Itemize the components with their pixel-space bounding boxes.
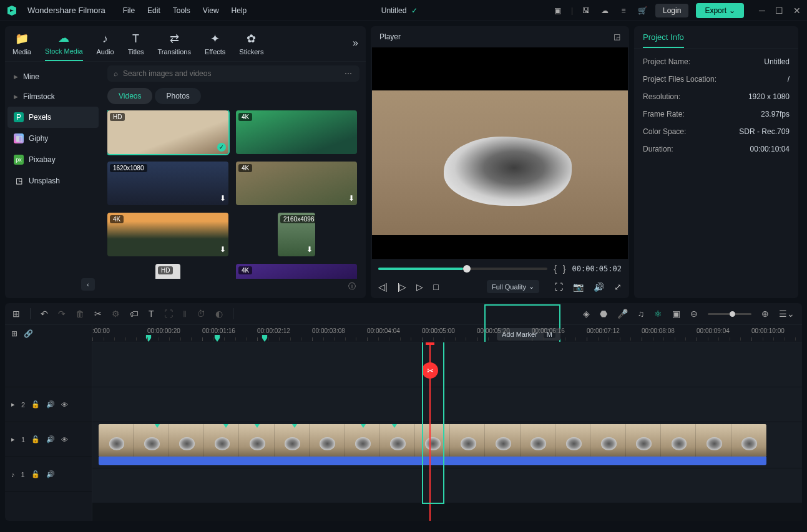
display-icon[interactable]: ⛶ bbox=[554, 282, 563, 292]
save-icon[interactable]: 🖫 bbox=[580, 5, 592, 16]
seek-thumb[interactable] bbox=[463, 265, 471, 273]
time-ruler[interactable]: :00:0000:00:00:2000:00:01:1600:00:02:120… bbox=[92, 325, 802, 342]
color-icon[interactable]: ◐ bbox=[215, 309, 223, 319]
grid-icon[interactable]: ⊞ bbox=[12, 309, 20, 319]
source-mine[interactable]: ▶Mine bbox=[7, 67, 99, 87]
thumbnail[interactable]: 4K bbox=[236, 110, 357, 154]
download-icon[interactable]: ⬇ bbox=[220, 194, 226, 203]
tag-icon[interactable]: 🏷 bbox=[130, 309, 139, 319]
thumbnail[interactable]: 2160x4096⬇ bbox=[278, 213, 315, 256]
quality-dropdown[interactable]: Full Quality⌄ bbox=[487, 280, 539, 293]
keyframe-icon[interactable]: ◈ bbox=[583, 309, 590, 319]
track-header-v2[interactable]: ▸2 🔓 🔊 👁 bbox=[5, 387, 92, 422]
marker-pin[interactable] bbox=[262, 335, 268, 342]
lock-icon[interactable]: 🔓 bbox=[31, 400, 40, 409]
edit-icon[interactable]: ⚙ bbox=[112, 309, 120, 319]
next-frame-button[interactable]: |▷ bbox=[398, 282, 407, 292]
menu-view[interactable]: View bbox=[203, 6, 219, 15]
speed-icon[interactable]: ⏱ bbox=[197, 309, 205, 319]
layout-icon[interactable]: ▣ bbox=[552, 5, 564, 16]
zoom-out-button[interactable]: ⊖ bbox=[690, 309, 698, 319]
source-pexels[interactable]: PPexels bbox=[7, 107, 99, 128]
delete-button[interactable]: 🗑 bbox=[76, 309, 84, 319]
mute-icon[interactable]: 🔊 bbox=[46, 400, 55, 409]
player-viewport[interactable] bbox=[372, 47, 628, 259]
marker-button[interactable]: ⬣ bbox=[600, 309, 607, 319]
menu-edit[interactable]: Edit bbox=[147, 6, 160, 15]
thumbnail[interactable]: 1620x1080⬇ bbox=[107, 162, 228, 205]
audio-sync-icon[interactable]: ♫ bbox=[638, 309, 645, 319]
video-clip[interactable]: ▶unnamed bbox=[99, 424, 766, 457]
thumbnail[interactable]: 4K bbox=[236, 264, 357, 279]
mark-in-button[interactable]: { bbox=[554, 264, 557, 274]
thumbnail[interactable]: 4K⬇ bbox=[107, 213, 228, 256]
source-unsplash[interactable]: ◳Unsplash bbox=[7, 170, 99, 191]
mute-icon[interactable]: 🔊 bbox=[46, 435, 55, 443]
split-button[interactable]: ✂ bbox=[94, 309, 102, 319]
redo-button[interactable]: ↷ bbox=[58, 309, 66, 319]
marker-pin[interactable] bbox=[146, 335, 152, 342]
lock-icon[interactable]: 🔓 bbox=[31, 470, 40, 478]
collapse-sidebar-button[interactable]: ‹ bbox=[81, 278, 95, 291]
list-icon[interactable]: ≡ bbox=[618, 5, 629, 16]
download-icon[interactable]: ⬇ bbox=[220, 245, 226, 254]
mic-icon[interactable]: 🎤 bbox=[617, 309, 628, 319]
track-header-a1[interactable]: ♪1 🔓 🔊 bbox=[5, 457, 92, 492]
cart-icon[interactable]: 🛒 bbox=[637, 5, 648, 16]
expand-tabs-icon[interactable]: » bbox=[353, 37, 358, 55]
track-lane-v2[interactable] bbox=[92, 387, 802, 422]
tab-stock-media[interactable]: ☁Stock Media bbox=[45, 31, 83, 61]
tab-transitions[interactable]: ⇄Transitions bbox=[158, 32, 191, 60]
tracks-content[interactable]: ▶unnamed ✂ bbox=[92, 342, 802, 521]
scissors-icon[interactable]: ✂ bbox=[422, 362, 438, 379]
menu-file[interactable]: File bbox=[123, 6, 135, 15]
crop-icon[interactable]: ⛶ bbox=[164, 309, 173, 319]
stop-button[interactable]: □ bbox=[433, 282, 438, 292]
mark-out-button[interactable]: } bbox=[563, 264, 566, 274]
mute-icon[interactable]: 🔊 bbox=[46, 470, 55, 478]
tab-effects[interactable]: ✦Effects bbox=[205, 32, 225, 60]
export-button[interactable]: Export⌄ bbox=[696, 3, 744, 18]
playhead[interactable]: ✂ bbox=[429, 342, 431, 521]
link-icon[interactable]: 🔗 bbox=[24, 329, 33, 338]
source-filmstock[interactable]: ▶Filmstock bbox=[7, 87, 99, 107]
tab-titles[interactable]: TTitles bbox=[128, 32, 144, 60]
add-track-icon[interactable]: ⊞ bbox=[11, 329, 17, 338]
audio-strip[interactable] bbox=[99, 457, 766, 465]
render-icon[interactable]: ▣ bbox=[672, 309, 680, 319]
close-icon[interactable]: ✕ bbox=[793, 6, 801, 16]
maximize-icon[interactable]: ☐ bbox=[775, 6, 783, 16]
play-button[interactable]: ▷ bbox=[416, 282, 423, 292]
tab-stickers[interactable]: ✿Stickers bbox=[239, 32, 263, 60]
track-header-v1[interactable]: ▸1 🔓 🔊 👁 bbox=[5, 422, 92, 457]
zoom-slider[interactable] bbox=[708, 313, 751, 315]
track-lane-v1[interactable]: ▶unnamed bbox=[92, 422, 802, 468]
thumbnail[interactable]: HD bbox=[155, 264, 180, 279]
menu-tools[interactable]: Tools bbox=[173, 6, 190, 15]
tab-media[interactable]: 📁Media bbox=[12, 32, 31, 60]
info-tab[interactable]: Project Info bbox=[643, 32, 684, 48]
zoom-in-button[interactable]: ⊕ bbox=[761, 309, 769, 319]
search-input[interactable] bbox=[123, 69, 340, 78]
search-more-icon[interactable]: ⋯ bbox=[345, 69, 353, 78]
login-button[interactable]: Login bbox=[655, 4, 688, 17]
info-icon[interactable]: ⓘ bbox=[348, 281, 356, 292]
tab-audio[interactable]: ♪Audio bbox=[97, 32, 114, 60]
view-options-icon[interactable]: ☰⌄ bbox=[779, 309, 795, 319]
eye-icon[interactable]: 👁 bbox=[61, 436, 68, 443]
download-icon[interactable]: ⬇ bbox=[348, 194, 355, 203]
lock-icon[interactable]: 🔓 bbox=[31, 435, 40, 443]
eq-icon[interactable]: ⦀ bbox=[183, 309, 187, 319]
volume-icon[interactable]: 🔊 bbox=[594, 282, 604, 292]
prev-frame-button[interactable]: ◁| bbox=[378, 282, 388, 292]
eye-icon[interactable]: 👁 bbox=[61, 401, 68, 409]
minimize-icon[interactable]: ─ bbox=[759, 6, 765, 16]
source-pixabay[interactable]: pxPixabay bbox=[7, 149, 99, 170]
track-lane[interactable] bbox=[92, 342, 802, 387]
camera-icon[interactable]: 📷 bbox=[573, 282, 584, 292]
fullscreen-icon[interactable]: ⤢ bbox=[614, 282, 622, 292]
track-lane-a1[interactable] bbox=[92, 468, 802, 503]
pill-photos[interactable]: Photos bbox=[155, 88, 200, 104]
pill-videos[interactable]: Videos bbox=[107, 88, 152, 104]
download-icon[interactable]: ⬇ bbox=[306, 245, 313, 254]
